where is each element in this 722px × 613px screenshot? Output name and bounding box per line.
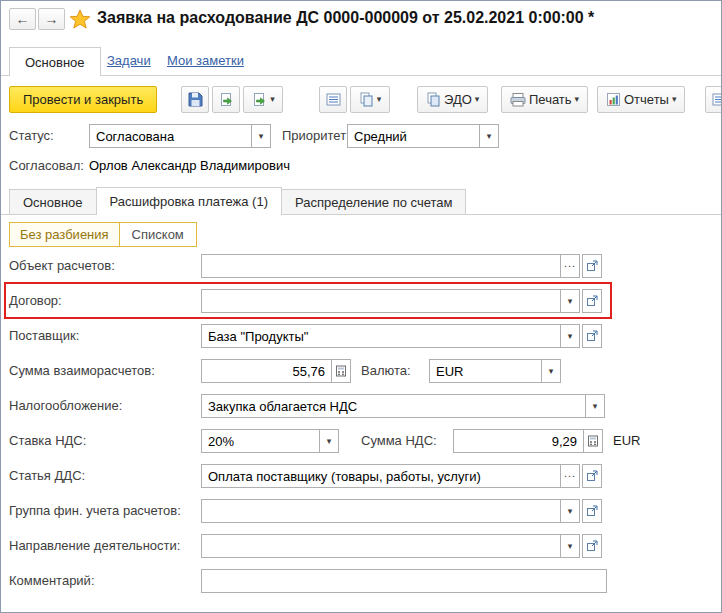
edo-documents-icon [426, 92, 441, 107]
post-and-close-label: Провести и закрыть [23, 92, 143, 107]
print-button[interactable]: Печать ▾ [501, 86, 588, 113]
supplier-label: Поставщик: [9, 324, 79, 348]
toggle-no-split-label: Без разбиения [20, 227, 109, 242]
edo-button[interactable]: ЭДО ▾ [417, 86, 488, 113]
comment-field[interactable] [201, 569, 607, 593]
dropdown-caret-icon: ▾ [568, 332, 573, 341]
priority-value: Средний [354, 129, 407, 144]
open-icon [586, 330, 598, 342]
vat-rate-label: Ставка НДС: [9, 429, 86, 453]
fin-group-open-button[interactable] [582, 499, 602, 523]
settlement-object-field[interactable] [201, 254, 561, 278]
priority-field[interactable]: Средний [347, 124, 480, 148]
reports-button[interactable]: Отчеты ▾ [597, 86, 685, 113]
back-button[interactable]: ← [9, 8, 36, 30]
currency-label: Валюта: [361, 359, 411, 383]
tab-payment-details[interactable]: Расшифровка платежа (1) [96, 187, 282, 215]
supplier-open-button[interactable] [582, 324, 602, 348]
currency-dropdown-button[interactable]: ▾ [541, 359, 561, 383]
copy-document-icon [359, 92, 374, 107]
dropdown-caret-icon: ▾ [568, 297, 573, 306]
amount-calculator-button[interactable] [331, 359, 351, 383]
print-label: Печать [529, 92, 572, 107]
dropdown-caret-icon: ▾ [259, 132, 264, 141]
toggle-no-split-button[interactable]: Без разбиения [10, 223, 120, 246]
settlement-object-open-button[interactable] [582, 254, 602, 278]
amount-field[interactable]: 55,76 [201, 359, 332, 383]
document-arrow-icon [251, 92, 267, 108]
toggle-as-list-button[interactable]: Списком [120, 223, 196, 246]
back-arrow-icon: ← [16, 11, 30, 27]
vat-amount-value: 9,29 [552, 434, 577, 449]
vat-currency-suffix: EUR [613, 429, 640, 453]
star-icon [69, 9, 91, 29]
show-in-list-button[interactable] [319, 86, 347, 113]
nav-tab-main[interactable]: Основное [9, 47, 101, 76]
priority-label: Приоритет: [282, 124, 350, 148]
tab-payment-details-label: Расшифровка платежа (1) [110, 194, 268, 209]
post-and-close-button[interactable]: Провести и закрыть [9, 86, 157, 113]
calculator-icon [335, 365, 347, 377]
post-document-button[interactable] [212, 86, 240, 113]
contract-field[interactable] [201, 289, 561, 313]
contract-dropdown-button[interactable]: ▾ [560, 289, 580, 313]
forward-button[interactable]: → [38, 8, 65, 30]
priority-dropdown-button[interactable]: ▾ [479, 124, 499, 148]
currency-field[interactable]: EUR [429, 359, 542, 383]
floppy-icon [188, 92, 203, 107]
document-window: ← → Заявка на расходование ДС 0000-00000… [0, 0, 722, 613]
currency-value: EUR [436, 364, 463, 379]
vat-rate-field[interactable]: 20% [201, 429, 320, 453]
vat-rate-dropdown-button[interactable]: ▾ [319, 429, 339, 453]
amount-value: 55,76 [292, 364, 325, 379]
contract-open-button[interactable] [582, 289, 602, 313]
copy-dropdown-button[interactable]: ▾ [350, 86, 390, 113]
status-dropdown-button[interactable]: ▾ [251, 124, 271, 148]
dropdown-caret-icon: ▾ [475, 95, 480, 104]
favorites-star-button[interactable] [69, 9, 91, 29]
fin-group-field[interactable] [201, 499, 561, 523]
dropdown-caret-icon: ▾ [575, 95, 580, 104]
settlement-object-choose-button[interactable]: ... [560, 254, 580, 278]
status-value: Согласована [96, 129, 174, 144]
dropdown-caret-icon: ▾ [377, 95, 382, 104]
open-icon [586, 470, 598, 482]
create-based-on-button[interactable]: ▾ [243, 86, 283, 113]
vat-amount-calculator-button[interactable] [583, 429, 603, 453]
tab-main[interactable]: Основное [9, 189, 97, 215]
dropdown-caret-icon: ▾ [270, 95, 275, 104]
save-button[interactable] [181, 86, 209, 113]
status-field[interactable]: Согласована [89, 124, 252, 148]
open-icon [586, 540, 598, 552]
nav-link-tasks[interactable]: Задачи [107, 53, 151, 68]
nav-link-notes[interactable]: Мои заметки [167, 53, 244, 68]
toggle-as-list-label: Списком [132, 227, 184, 242]
vat-amount-field[interactable]: 9,29 [453, 429, 584, 453]
activity-field[interactable] [201, 534, 561, 558]
activity-dropdown-button[interactable]: ▾ [560, 534, 580, 558]
tab-account-distribution-label: Распределение по счетам [295, 195, 452, 210]
dropdown-caret-icon: ▾ [549, 367, 554, 376]
activity-open-button[interactable] [582, 534, 602, 558]
menu-icon [712, 92, 722, 107]
forward-arrow-icon: → [45, 11, 59, 27]
taxation-value: Закупка облагается НДС [208, 399, 357, 414]
cash-flow-item-label: Статья ДДС: [9, 464, 85, 488]
taxation-field[interactable]: Закупка облагается НДС [201, 394, 586, 418]
tab-account-distribution[interactable]: Распределение по счетам [281, 189, 466, 215]
nav-tab-main-label: Основное [25, 55, 85, 70]
open-icon [586, 295, 598, 307]
supplier-field[interactable]: База "Продукты" [201, 324, 561, 348]
printer-icon [510, 93, 526, 107]
toolbar-more-button[interactable] [705, 86, 722, 113]
calculator-icon [587, 435, 599, 447]
report-chart-icon [606, 92, 621, 107]
cash-flow-item-choose-button[interactable]: ... [560, 464, 580, 488]
approved-by-label: Согласовал: [9, 154, 84, 178]
cash-flow-item-open-button[interactable] [582, 464, 602, 488]
fin-group-dropdown-button[interactable]: ▾ [560, 499, 580, 523]
cash-flow-item-field[interactable]: Оплата поставщику (товары, работы, услуг… [201, 464, 561, 488]
approved-by-value: Орлов Александр Владимирович [89, 154, 290, 178]
taxation-dropdown-button[interactable]: ▾ [585, 394, 605, 418]
supplier-dropdown-button[interactable]: ▾ [560, 324, 580, 348]
